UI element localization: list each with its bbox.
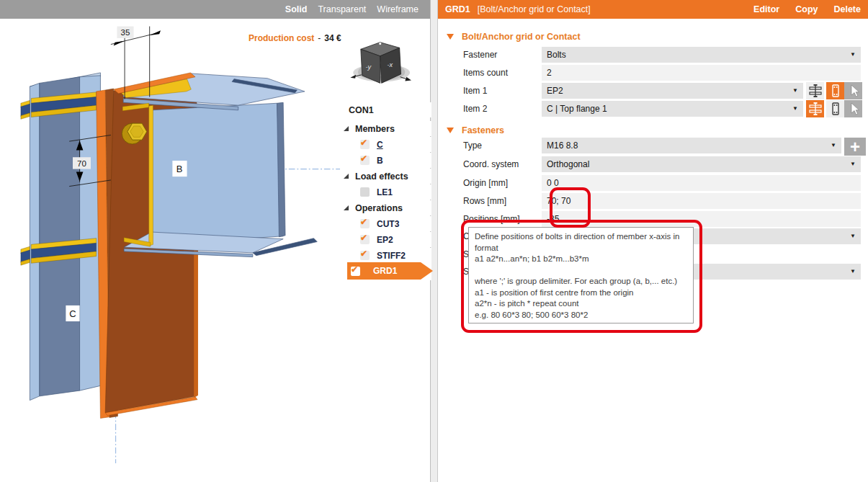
tree-item-cut3[interactable]: ✔ CUT3 xyxy=(340,216,431,231)
rows-label: Rows [mm] xyxy=(463,193,506,209)
view-mode-transparent[interactable]: Transparent xyxy=(318,4,366,14)
checkbox[interactable]: ✔ xyxy=(360,140,370,149)
plate-icon xyxy=(828,102,843,116)
dropdown-arrow-icon[interactable]: ▼ xyxy=(850,269,856,275)
item1-plate-icon-button-selected[interactable] xyxy=(826,82,844,99)
column-member-c[interactable] xyxy=(30,73,100,401)
check-icon: ✔ xyxy=(360,138,367,148)
item1-dropdown[interactable]: EP2 ▼ xyxy=(542,83,803,99)
add-fastener-button[interactable]: + xyxy=(844,138,866,156)
item1-label: Item 1 xyxy=(463,83,487,99)
expand-triangle-icon[interactable] xyxy=(344,126,349,131)
dimension-left-value: 70 xyxy=(77,159,86,168)
positions-tooltip: Define positions of bolts in direction o… xyxy=(468,227,694,323)
tree-group-load-effects[interactable]: Load effects xyxy=(340,169,431,184)
app-window: 35 70 B C xyxy=(0,0,868,482)
section-header-fasteners[interactable]: Fasteners xyxy=(447,125,504,135)
section-header-bolt-grid[interactable]: Bolt/Anchor grid or Contact xyxy=(447,32,581,42)
tree-item-le1[interactable]: LE1 xyxy=(340,184,431,200)
select-cursor-icon xyxy=(846,84,861,98)
type-dropdown[interactable]: M16 8.8 ▼ xyxy=(542,138,841,153)
fastener-dropdown[interactable]: Bolts ▼ xyxy=(542,47,861,63)
tree-root: CON1 xyxy=(340,102,431,117)
item1-flange-icon-button[interactable] xyxy=(806,82,824,99)
check-icon: ✔ xyxy=(351,264,358,275)
copy-button[interactable]: Copy xyxy=(795,4,818,14)
positions-label: Positions [mm] xyxy=(463,211,520,227)
dropdown-arrow-icon[interactable]: ▼ xyxy=(850,161,856,167)
dropdown-arrow-icon[interactable]: ▼ xyxy=(792,88,798,94)
production-cost-label: Production cost xyxy=(249,33,314,43)
operation-title: GRD1 xyxy=(445,4,470,14)
view-mode-wireframe[interactable]: Wireframe xyxy=(377,4,419,14)
dropdown-arrow-icon[interactable]: ▼ xyxy=(850,52,856,58)
check-icon: ✔ xyxy=(360,217,367,227)
member-label-b[interactable]: B xyxy=(172,161,187,177)
svg-text:B: B xyxy=(176,164,183,174)
checkbox[interactable]: ✔ xyxy=(360,251,370,260)
expand-triangle-icon[interactable] xyxy=(344,174,349,179)
dropdown-arrow-icon[interactable]: ▼ xyxy=(850,233,856,239)
item2-label: Item 2 xyxy=(463,101,487,117)
checkbox[interactable]: ✔ xyxy=(360,235,370,244)
dropdown-arrow-icon[interactable]: ▼ xyxy=(792,106,798,112)
item2-select-cursor-button[interactable] xyxy=(844,100,862,117)
add-plus-icon: + xyxy=(850,140,860,154)
fastener-label: Fastener xyxy=(463,47,497,63)
type-label: Type xyxy=(463,138,482,153)
production-cost-value: 34 € xyxy=(324,33,341,43)
origin-input[interactable]: 0 0 xyxy=(542,175,861,191)
operation-header-bar: GRD1 [Bolt/Anchor grid or Contact] Edito… xyxy=(438,0,868,19)
coord-system-label: Coord. system xyxy=(463,156,519,172)
expand-triangle-icon[interactable] xyxy=(344,205,349,210)
item2-dropdown[interactable]: C | Top flange 1 ▼ xyxy=(542,101,803,117)
checkbox[interactable]: ✔ xyxy=(351,267,360,276)
checkbox-unchecked[interactable] xyxy=(360,187,370,197)
dimension-top-value: 35 xyxy=(121,28,130,37)
tree-item-b[interactable]: ✔ B xyxy=(340,153,431,168)
tree-item-c[interactable]: ✔ C xyxy=(340,137,431,152)
checkbox[interactable]: ✔ xyxy=(360,219,370,228)
member-label-c[interactable]: C xyxy=(66,305,79,321)
rows-input[interactable]: 70; 70 xyxy=(542,193,861,209)
item1-select-cursor-button[interactable] xyxy=(844,82,862,99)
production-cost: Production cost - 34 € xyxy=(249,33,341,43)
svg-text:C: C xyxy=(69,308,76,319)
plate-icon xyxy=(828,84,843,98)
tree-group-members[interactable]: Members xyxy=(340,121,431,136)
nav-cube-right-face-label: -x xyxy=(387,61,393,68)
select-cursor-icon xyxy=(846,102,861,116)
collapse-triangle-icon[interactable] xyxy=(447,34,454,40)
view-mode-toolbar: Solid Transparent Wireframe xyxy=(0,0,430,19)
items-count-input[interactable]: 2 xyxy=(542,65,861,81)
coord-system-dropdown[interactable]: Orthogonal ▼ xyxy=(542,156,861,172)
check-icon: ✔ xyxy=(360,249,367,259)
collapse-triangle-icon[interactable] xyxy=(447,128,454,133)
origin-label: Origin [mm] xyxy=(463,175,508,191)
check-icon: ✔ xyxy=(360,153,367,164)
delete-button[interactable]: Delete xyxy=(833,4,861,14)
dropdown-arrow-icon[interactable]: ▼ xyxy=(831,143,836,148)
view-mode-solid[interactable]: Solid xyxy=(285,4,308,14)
tree-group-operations[interactable]: Operations xyxy=(340,200,431,215)
checkbox[interactable]: ✔ xyxy=(360,156,370,165)
positions-input[interactable]: -35 xyxy=(542,211,861,227)
editor-button[interactable]: Editor xyxy=(753,4,779,14)
flange-icon xyxy=(808,102,823,116)
operation-subtitle: [Bolt/Anchor grid or Contact] xyxy=(478,4,591,14)
flange-icon xyxy=(808,84,823,98)
item2-plate-icon-button[interactable] xyxy=(826,100,844,117)
tree-item-ep2[interactable]: ✔ EP2 xyxy=(340,232,431,247)
items-count-label: Items count xyxy=(463,65,508,81)
check-icon: ✔ xyxy=(360,233,367,243)
item2-flange-icon-button-selected[interactable] xyxy=(806,100,824,117)
tree-item-grd1-selected[interactable]: ✔ GRD1 xyxy=(347,262,421,280)
nav-cube[interactable]: -y -x xyxy=(350,43,411,84)
tree-item-stiff2[interactable]: ✔ STIFF2 xyxy=(340,248,431,263)
